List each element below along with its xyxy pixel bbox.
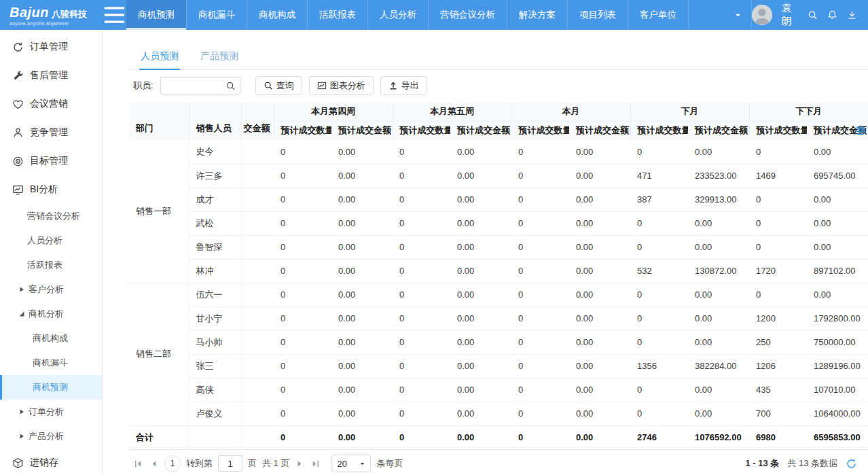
value-cell: 0 (511, 164, 569, 188)
sidebar-item-13[interactable]: 商机预测 (0, 375, 102, 400)
table-row: 成才00.0000.0000.00387329913.0000.00 (129, 188, 868, 211)
sidebar-item-3[interactable]: 竞争管理 (0, 118, 102, 147)
staff-field-label: 职员: (133, 80, 153, 92)
goto-label: 转到第 (186, 457, 213, 470)
value-cell: 0.00 (807, 211, 868, 235)
search-icon[interactable] (808, 9, 818, 21)
sidebar-item-0[interactable]: 订单管理 (0, 33, 102, 61)
query-button[interactable]: 查询 (255, 76, 302, 95)
sidebar-item-10[interactable]: 商机分析 (0, 302, 102, 326)
page-number-button[interactable]: 1 (164, 455, 181, 472)
value-cell: 0 (393, 140, 450, 164)
col-header-partial: 交金额 (241, 102, 274, 140)
sidebar-item-15[interactable]: 产品分析 (0, 424, 102, 448)
sidebar-item-7[interactable]: 人员分析 (0, 228, 102, 253)
nav-item-1[interactable]: 商机漏斗 (186, 0, 247, 30)
last-page-button[interactable] (310, 459, 321, 469)
prev-page-button[interactable] (149, 459, 159, 469)
sidebar-item-1[interactable]: 售后管理 (0, 61, 102, 90)
nav-item-6[interactable]: 解决方案 (507, 0, 567, 30)
table-row: 鲁智深00.0000.0000.0000.0000.00 (129, 235, 868, 259)
first-page-button[interactable] (133, 459, 143, 469)
sidebar-item-5[interactable]: BI分析 (0, 175, 102, 204)
chart-analysis-button[interactable]: 图表分析 (309, 76, 374, 95)
value-cell: 0 (511, 140, 569, 164)
download-icon[interactable] (847, 9, 857, 21)
aftersales-icon (12, 70, 24, 82)
nav-item-2[interactable]: 商机构成 (247, 0, 307, 30)
search-icon[interactable] (225, 81, 236, 91)
sidebar-item-16[interactable]: 进销存 (0, 448, 102, 475)
value-cell: 0 (274, 283, 331, 306)
table-row: 武松00.0000.0000.0000.0000.00 (129, 211, 868, 235)
sidebar-item-12[interactable]: 商机漏斗 (0, 351, 102, 375)
export-button-label: 导出 (401, 80, 419, 92)
value-cell: 0.00 (807, 235, 868, 259)
value-cell: 382284.00 (688, 354, 749, 378)
settings-gear-icon[interactable] (854, 124, 867, 137)
sidebar-item-label: 产品分析 (29, 430, 64, 442)
value-cell: 0.00 (331, 164, 393, 188)
tab-1[interactable]: 产品预测 (199, 46, 240, 69)
menu-toggle-icon[interactable] (103, 0, 126, 30)
staff-search-box (160, 77, 240, 94)
sub-header-amt-3: 预计成交金额 (688, 121, 749, 140)
sidebar-item-8[interactable]: 活跃报表 (0, 253, 102, 277)
sub-header-qty-0: 预计成交数量 (274, 121, 331, 140)
value-cell: 0.00 (331, 354, 393, 378)
value-cell: 1469 (749, 164, 807, 188)
value-cell: 0 (630, 378, 688, 402)
bi-icon (12, 184, 24, 196)
value-cell: 0.00 (331, 402, 393, 425)
tab-0[interactable]: 人员预测 (139, 46, 180, 70)
value-cell: 0.00 (807, 140, 868, 164)
nav-item-7[interactable]: 项目列表 (567, 0, 628, 30)
value-cell: 0.00 (569, 354, 630, 378)
sidebar-item-14[interactable]: 订单分析 (0, 400, 102, 424)
sub-header-qty-1: 预计成交数量 (393, 121, 450, 140)
value-cell: 0 (630, 283, 688, 306)
sidebar-item-2[interactable]: 会议营销 (0, 90, 102, 118)
pagination-bar: 1 转到第 页 共 1 页 20 条每页 1 - 13 条 共 13 条数据 (129, 450, 868, 475)
nav-item-0[interactable]: 商机预测 (126, 0, 186, 30)
sidebar-item-label: BI分析 (30, 183, 58, 196)
value-cell: 0 (630, 330, 688, 354)
next-page-button[interactable] (295, 459, 305, 469)
partial-value-cell (241, 235, 274, 259)
refresh-icon[interactable] (846, 458, 857, 470)
value-cell: 0 (393, 283, 450, 306)
user-avatar[interactable] (752, 5, 772, 25)
nav-item-3[interactable]: 活跃报表 (307, 0, 367, 30)
value-cell: 0.00 (569, 402, 630, 425)
nav-item-5[interactable]: 营销会议分析 (428, 0, 507, 30)
sidebar-item-11[interactable]: 商机构成 (0, 326, 102, 351)
chevron-down-icon (359, 461, 365, 467)
page-size-select[interactable]: 20 (331, 455, 371, 472)
value-cell: 0.00 (331, 188, 393, 211)
value-cell: 0 (749, 211, 807, 235)
user-name[interactable]: 袁朗 (782, 2, 799, 28)
sub-header-qty-3: 预计成交数量 (630, 121, 688, 140)
total-value-cell: 0 (393, 425, 450, 449)
value-cell: 0 (630, 402, 688, 425)
goto-page-input[interactable] (218, 455, 242, 472)
nav-item-4[interactable]: 人员分析 (367, 0, 428, 30)
value-cell: 0 (393, 330, 450, 354)
sidebar-item-label: 商机漏斗 (33, 357, 68, 369)
value-cell: 0.00 (450, 211, 511, 235)
sidebar-item-6[interactable]: 营销会议分析 (0, 204, 102, 228)
value-cell: 387 (630, 188, 688, 211)
total-value-cell: 2746 (630, 425, 688, 449)
value-cell: 0.00 (688, 306, 749, 330)
nav-more-dropdown[interactable] (689, 0, 752, 30)
bell-icon[interactable] (827, 9, 837, 21)
sidebar-item-4[interactable]: 目标管理 (0, 147, 102, 175)
sidebar-item-label: 进销存 (30, 457, 58, 469)
sidebar-item-9[interactable]: 客户分析 (0, 277, 102, 302)
total-value-cell: 1076592.00 (688, 425, 749, 449)
value-cell: 0.00 (569, 140, 630, 164)
nav-item-8[interactable]: 客户单位 (628, 0, 689, 30)
export-button[interactable]: 导出 (380, 76, 427, 95)
table-row: 马小帅00.0000.0000.0000.00250750000.00 (129, 330, 868, 354)
sidebar-item-label: 商机构成 (33, 332, 68, 345)
